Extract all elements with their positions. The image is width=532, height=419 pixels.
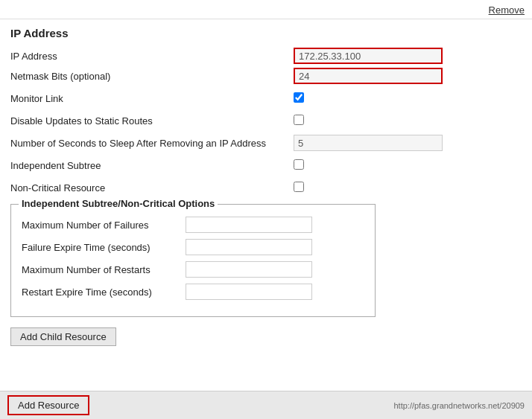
remove-link[interactable]: Remove <box>489 4 525 16</box>
netmask-row: Netmask Bits (optional) <box>10 67 522 85</box>
main-container: Remove IP Address IP Address Netmask Bit… <box>0 0 532 419</box>
netmask-input[interactable] <box>294 68 443 84</box>
sleep-seconds-row: Number of Seconds to Sleep After Removin… <box>10 134 522 152</box>
ip-address-label: IP Address <box>10 51 294 62</box>
subtree-options-box: Independent Subtree/Non-Critical Options… <box>10 204 376 317</box>
independent-subtree-value <box>294 159 522 172</box>
disable-updates-row: Disable Updates to Static Routes <box>10 112 522 129</box>
failure-expire-label: Failure Expire Time (seconds) <box>22 242 186 253</box>
subtree-options-legend: Independent Subtree/Non-Critical Options <box>19 198 218 209</box>
add-child-resource-button[interactable]: Add Child Resource <box>10 327 116 346</box>
max-restarts-input[interactable] <box>186 261 312 278</box>
monitor-link-checkbox[interactable] <box>294 92 304 103</box>
non-critical-checkbox[interactable] <box>294 182 304 192</box>
disable-updates-value <box>294 115 522 127</box>
restart-expire-label: Restart Expire Time (seconds) <box>22 287 186 298</box>
bottom-bar: Add Resource http://pfas.grandnetworks.n… <box>0 391 532 419</box>
top-bar: Remove <box>0 0 532 19</box>
bottom-url: http://pfas.grandnetworks.net/20909 <box>393 401 525 410</box>
monitor-link-label: Monitor Link <box>10 93 294 104</box>
sleep-seconds-label: Number of Seconds to Sleep After Removin… <box>10 138 294 149</box>
failure-expire-input[interactable] <box>186 239 312 255</box>
sleep-seconds-input[interactable] <box>294 135 443 151</box>
content-area: IP Address IP Address Netmask Bits (opti… <box>0 19 532 354</box>
ip-address-value-container <box>294 48 522 64</box>
ip-address-row: IP Address <box>10 47 522 65</box>
independent-subtree-checkbox[interactable] <box>294 159 304 170</box>
max-failures-label: Maximum Number of Failures <box>22 220 186 231</box>
max-failures-row: Maximum Number of Failures <box>22 217 364 233</box>
failure-expire-row: Failure Expire Time (seconds) <box>22 239 364 255</box>
netmask-label: Netmask Bits (optional) <box>10 71 294 82</box>
netmask-value-container <box>294 68 522 84</box>
ip-address-input[interactable] <box>294 48 443 64</box>
monitor-link-value <box>294 92 522 105</box>
independent-subtree-row: Independent Subtree <box>10 156 522 174</box>
monitor-link-row: Monitor Link <box>10 89 522 107</box>
add-resource-button[interactable]: Add Resource <box>7 395 89 415</box>
non-critical-value <box>294 182 522 194</box>
restart-expire-row: Restart Expire Time (seconds) <box>22 284 364 300</box>
non-critical-row: Non-Critical Resource <box>10 179 522 196</box>
section-title: IP Address <box>10 27 522 39</box>
non-critical-label: Non-Critical Resource <box>10 182 294 193</box>
disable-updates-label: Disable Updates to Static Routes <box>10 115 294 127</box>
max-failures-input[interactable] <box>186 217 312 233</box>
max-restarts-label: Maximum Number of Restarts <box>22 264 186 275</box>
independent-subtree-label: Independent Subtree <box>10 160 294 171</box>
disable-updates-checkbox[interactable] <box>294 115 304 125</box>
restart-expire-input[interactable] <box>186 284 312 300</box>
max-restarts-row: Maximum Number of Restarts <box>22 261 364 278</box>
sleep-seconds-value <box>294 135 522 151</box>
